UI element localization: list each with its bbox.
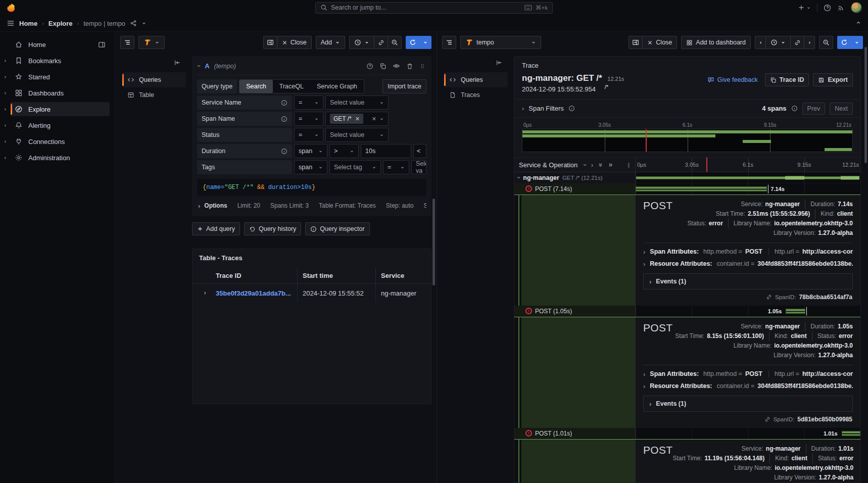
- options-toggle[interactable]: ›Options: [198, 202, 227, 209]
- duration-operator[interactable]: >: [329, 144, 359, 158]
- query-history-button[interactable]: Query history: [244, 222, 301, 235]
- remove-query-icon[interactable]: [406, 63, 413, 70]
- close-pane-button-left[interactable]: Close: [277, 36, 312, 49]
- time-range-picker-right[interactable]: [765, 36, 791, 49]
- sidebar-item-alerting[interactable]: Alerting: [11, 118, 110, 132]
- collapse-one-icon[interactable]: ›: [582, 164, 589, 166]
- add-to-dashboard-button[interactable]: Add to dashboard: [681, 36, 751, 49]
- tags-operator[interactable]: =: [383, 160, 409, 174]
- collapse-toolbar-icon[interactable]: [855, 20, 861, 26]
- traceql-preview[interactable]: {name="GET /*" && duration>10s}: [197, 179, 426, 196]
- minimap-canvas[interactable]: [522, 129, 853, 152]
- split-view-icon[interactable]: [629, 36, 643, 49]
- column-start-time[interactable]: Start time: [297, 268, 375, 283]
- collapse-rail-icon-right[interactable]: [444, 56, 508, 72]
- sidebar-expand-administration-icon[interactable]: [0, 156, 11, 160]
- zoom-out-icon-left[interactable]: [388, 36, 402, 49]
- span-filters-label[interactable]: Span Filters: [528, 105, 563, 112]
- trace-id-link[interactable]: 35be0f3d29a01adda7b...: [216, 289, 291, 297]
- span-attributes-toggle[interactable]: ›Span Attributes: http.method =POST http…: [643, 366, 853, 378]
- span-name-value-select[interactable]: GET /*✕ ✕: [325, 112, 389, 126]
- grafana-logo[interactable]: [6, 3, 16, 13]
- rail-item-traces-right[interactable]: Traces: [444, 87, 508, 103]
- next-span-button[interactable]: Next: [830, 103, 853, 115]
- duplicate-query-icon[interactable]: [379, 63, 387, 70]
- mega-menu-toggle[interactable]: [7, 19, 15, 27]
- sidebar-item-connections[interactable]: Connections: [11, 134, 110, 149]
- events-toggle[interactable]: ›Events (1): [643, 396, 853, 412]
- add-dropdown-button[interactable]: Add: [316, 36, 345, 49]
- drag-handle-icon[interactable]: [419, 63, 425, 70]
- column-resizer[interactable]: ∥: [628, 162, 631, 168]
- outline-icon[interactable]: [120, 36, 134, 49]
- query-type-service-graph[interactable]: Service Graph: [310, 80, 364, 93]
- give-feedback-link[interactable]: Give feedback: [707, 76, 758, 83]
- duration-value-input[interactable]: 10s: [361, 144, 411, 158]
- right-pane-scrollbar[interactable]: [864, 47, 867, 163]
- close-pane-button-right[interactable]: Close: [642, 36, 677, 49]
- span-row-post-3[interactable]: ! POST (1.01s) 1.01s: [514, 428, 860, 439]
- split-view-icon[interactable]: [263, 36, 277, 49]
- time-shift-forward-icon[interactable]: [804, 36, 815, 49]
- run-query-button-left[interactable]: [406, 36, 420, 49]
- search-input[interactable]: Search or jump to... ⌘+k: [315, 2, 553, 14]
- rail-item-queries-left[interactable]: Queries: [122, 72, 186, 87]
- resource-attributes-toggle[interactable]: ›Resource Attributes: container.id =304f…: [643, 256, 853, 268]
- status-value-select[interactable]: Select value: [325, 128, 389, 142]
- add-query-button[interactable]: Add query: [192, 222, 240, 235]
- query-help-icon[interactable]: [366, 63, 373, 70]
- span-name-operator[interactable]: =: [294, 112, 323, 126]
- sidebar-expand-starred-icon[interactable]: [0, 75, 11, 79]
- datasource-picker-right[interactable]: tempo: [460, 36, 541, 49]
- user-avatar[interactable]: [851, 2, 862, 13]
- dock-menu-icon[interactable]: [98, 41, 106, 49]
- duration-max-operator[interactable]: <: [413, 144, 426, 158]
- query-type-search[interactable]: Search: [239, 80, 273, 93]
- expand-one-icon[interactable]: ›: [591, 162, 593, 168]
- span-bar[interactable]: 7.14s: [636, 186, 767, 191]
- time-range-picker-left[interactable]: [349, 36, 374, 49]
- news-icon[interactable]: [837, 4, 845, 12]
- copy-link-icon-left[interactable]: [374, 36, 388, 49]
- tags-value-select[interactable]: Select va: [411, 160, 426, 174]
- breadcrumb-explore[interactable]: Explore: [49, 20, 73, 27]
- span-bar[interactable]: 1.01s: [842, 431, 860, 436]
- span-attributes-toggle[interactable]: ›Span Attributes: http.method =POST http…: [643, 244, 853, 256]
- sidebar-item-dashboards[interactable]: Dashboards: [11, 86, 110, 100]
- resource-attributes-toggle[interactable]: ›Resource Attributes: container.id =304f…: [643, 378, 853, 391]
- copy-link-icon-right[interactable]: [790, 36, 804, 49]
- run-query-interval-chevron[interactable]: [419, 36, 431, 49]
- collapse-rail-icon-left[interactable]: [122, 56, 186, 72]
- span-row-post-1[interactable]: ! POST (7.14s) 7.14s: [514, 183, 860, 195]
- expand-all-icon[interactable]: [608, 162, 613, 168]
- sidebar-expand-bookmarks-icon[interactable]: [0, 59, 11, 63]
- zoom-out-icon-right[interactable]: [819, 36, 833, 49]
- export-button[interactable]: Export: [813, 73, 853, 86]
- share-shortened-link-icon[interactable]: [130, 20, 137, 27]
- expand-row-icon[interactable]: [196, 291, 215, 296]
- run-query-button-right[interactable]: [837, 36, 851, 49]
- query-ref-id[interactable]: A: [205, 62, 209, 70]
- root-span-bar[interactable]: [636, 176, 859, 179]
- sidebar-item-home[interactable]: Home: [11, 37, 110, 52]
- collapse-children-icon[interactable]: ›: [516, 176, 522, 178]
- prev-span-button[interactable]: Prev: [802, 103, 826, 115]
- trace-id-button[interactable]: Trace ID: [765, 73, 809, 86]
- collapse-all-icon[interactable]: [598, 162, 603, 168]
- rail-item-queries-right[interactable]: Queries: [444, 72, 508, 87]
- sidebar-expand-connections-icon[interactable]: [0, 139, 11, 144]
- disable-query-icon[interactable]: [393, 62, 400, 70]
- sidebar-item-bookmarks[interactable]: Bookmarks: [11, 54, 110, 68]
- breadcrumb-home[interactable]: Home: [19, 20, 37, 27]
- sidebar-item-starred[interactable]: Starred: [11, 70, 110, 84]
- clear-value-icon[interactable]: ✕: [372, 116, 376, 122]
- column-service[interactable]: Service: [375, 268, 428, 283]
- status-operator[interactable]: =: [294, 128, 323, 142]
- link-icon[interactable]: [766, 294, 772, 300]
- span-row-post-2[interactable]: ! POST (1.05s) 1.05s: [514, 306, 860, 317]
- rail-item-table-left[interactable]: Table: [122, 87, 186, 103]
- help-icon[interactable]: [824, 4, 831, 12]
- tags-scope-select[interactable]: span: [294, 160, 327, 174]
- sidebar-item-administration[interactable]: Administration: [11, 151, 110, 165]
- duration-scope-select[interactable]: span: [294, 144, 327, 158]
